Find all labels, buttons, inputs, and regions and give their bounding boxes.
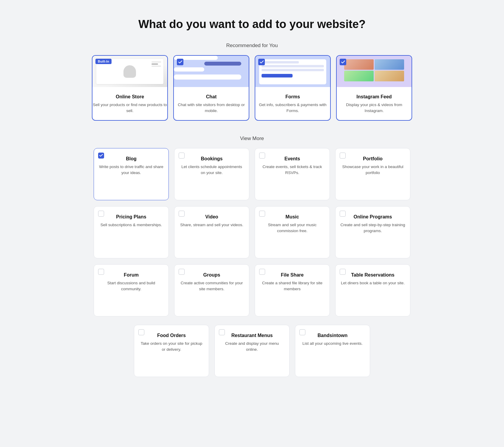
- card-title-food-orders: Food Orders: [157, 333, 186, 338]
- check-icon-instagram: [340, 59, 346, 65]
- checkbox-restaurant-menus[interactable]: [219, 329, 225, 335]
- store-line-3: [151, 66, 161, 67]
- insta-img-2: [375, 59, 404, 70]
- card-title-groups: Groups: [203, 272, 220, 278]
- view-more-divider: View More: [79, 136, 425, 142]
- page-title: What do you want to add to your website?: [138, 18, 366, 31]
- card-title-music: Music: [285, 214, 299, 220]
- card-title-forms: Forms: [285, 94, 300, 100]
- chat-preview: [174, 56, 241, 81]
- card-title-online-store: Online Store: [116, 94, 144, 100]
- card-food-orders[interactable]: Food Orders Take orders on your site for…: [134, 325, 209, 377]
- card-chat[interactable]: Chat Chat with site visitors from deskto…: [173, 55, 249, 121]
- card-title-file-share: File Share: [281, 272, 304, 278]
- card-desc-chat: Chat with site visitors from desktop or …: [174, 102, 249, 114]
- check-icon-forms: [258, 59, 265, 65]
- forms-preview: [259, 59, 327, 84]
- store-lines: [151, 61, 161, 67]
- insta-img-4: [375, 71, 404, 81]
- card-bandsintown[interactable]: Bandsintown List all your upcoming live …: [295, 325, 370, 377]
- bottom-row: Food Orders Take orders on your site for…: [134, 325, 370, 377]
- chat-bubble-sent: [204, 62, 241, 66]
- card-blog[interactable]: Blog Write posts to drive traffic and sh…: [94, 148, 169, 200]
- chat-input-bar: [174, 74, 241, 80]
- checkbox-video[interactable]: [179, 211, 185, 217]
- view-more-label: View More: [240, 136, 264, 142]
- card-desc-online-programs: Create and sell step-by-step training pr…: [340, 222, 405, 234]
- checkbox-bookings[interactable]: [179, 153, 185, 159]
- card-desc-forum: Start discussions and build community.: [99, 280, 164, 292]
- thumbnail-online-store: Built-In: [92, 56, 167, 87]
- check-icon-chat: [177, 59, 183, 65]
- card-desc-food-orders: Take orders on your site for pickup or d…: [139, 341, 204, 353]
- card-music[interactable]: Music Stream and sell your music commiss…: [255, 206, 330, 258]
- card-desc-bandsintown: List all your upcoming live events.: [302, 341, 363, 347]
- checkbox-portfolio[interactable]: [340, 153, 346, 159]
- thumbnail-chat: [174, 56, 249, 87]
- store-chair-icon: [123, 65, 136, 78]
- card-restaurant-menus[interactable]: Restaurant Menus Create and display your…: [214, 325, 290, 377]
- thumbnail-instagram: [337, 56, 412, 87]
- card-instagram[interactable]: Instagram Feed Display your pics & video…: [336, 55, 412, 121]
- store-line-2: [151, 63, 158, 65]
- card-portfolio[interactable]: Portfolio Showcase your work in a beauti…: [335, 148, 410, 200]
- card-title-bookings: Bookings: [201, 156, 223, 162]
- card-forms[interactable]: Forms Get info, subscribers & payments w…: [255, 55, 331, 121]
- card-pricing-plans[interactable]: Pricing Plans Sell subscriptions & membe…: [94, 206, 169, 258]
- card-desc-blog: Write posts to drive traffic and share y…: [99, 164, 164, 176]
- builtin-badge: Built-In: [95, 59, 112, 64]
- card-desc-table-reservations: Let diners book a table on your site.: [341, 280, 405, 286]
- card-desc-groups: Create active communities for your site …: [179, 280, 244, 292]
- card-title-restaurant-menus: Restaurant Menus: [231, 333, 273, 338]
- card-title-pricing-plans: Pricing Plans: [116, 214, 146, 220]
- card-desc-music: Stream and sell your music commission fr…: [260, 222, 325, 234]
- card-bookings[interactable]: Bookings Let clients schedule appointmen…: [174, 148, 249, 200]
- card-video[interactable]: Video Share, stream and sell your videos…: [174, 206, 249, 258]
- checkbox-online-programs[interactable]: [340, 211, 346, 217]
- card-title-online-programs: Online Programs: [354, 214, 392, 220]
- view-more-row-3: Forum Start discussions and build commun…: [79, 264, 425, 316]
- card-desc-portfolio: Showcase your work in a beautiful portfo…: [340, 164, 405, 176]
- recommended-label: Recommended for You: [226, 43, 278, 49]
- card-desc-events: Create events, sell tickets & track RSVP…: [260, 164, 325, 176]
- form-submit-btn: [262, 74, 293, 77]
- checkbox-groups[interactable]: [179, 269, 185, 275]
- view-more-row-1: Blog Write posts to drive traffic and sh…: [79, 148, 425, 200]
- thumbnail-forms: [255, 56, 330, 87]
- card-forum[interactable]: Forum Start discussions and build commun…: [94, 264, 169, 316]
- card-desc-instagram: Display your pics & videos from Instagra…: [337, 102, 412, 114]
- form-field-2: [262, 65, 324, 67]
- card-title-forum: Forum: [124, 272, 139, 278]
- card-title-portfolio: Portfolio: [363, 156, 383, 162]
- card-online-store[interactable]: Built-In Online Store Sell your products…: [92, 55, 168, 121]
- card-title-events: Events: [285, 156, 300, 162]
- card-title-bandsintown: Bandsintown: [318, 333, 347, 338]
- checkbox-file-share[interactable]: [259, 269, 265, 275]
- card-desc-video: Share, stream and sell your videos.: [180, 222, 243, 228]
- card-online-programs[interactable]: Online Programs Create and sell step-by-…: [335, 206, 410, 258]
- checkbox-bandsintown[interactable]: [299, 329, 305, 335]
- checkbox-forum[interactable]: [98, 269, 104, 275]
- checkbox-pricing-plans[interactable]: [98, 211, 104, 217]
- card-desc-online-store: Sell your products or find new products …: [92, 102, 167, 114]
- form-field-1: [262, 61, 299, 63]
- checkbox-blog[interactable]: [98, 153, 104, 159]
- card-desc-forms: Get info, subscribers & payments with Fo…: [255, 102, 330, 114]
- checkbox-food-orders[interactable]: [138, 329, 144, 335]
- card-groups[interactable]: Groups Create active communities for you…: [174, 264, 249, 316]
- card-desc-pricing-plans: Sell subscriptions & memberships.: [101, 222, 162, 228]
- view-more-row-2: Pricing Plans Sell subscriptions & membe…: [79, 206, 425, 258]
- card-title-chat: Chat: [206, 94, 217, 100]
- insta-img-1: [344, 59, 374, 70]
- instagram-preview: [344, 59, 404, 81]
- card-file-share[interactable]: File Share Create a shared file library …: [255, 264, 330, 316]
- checkbox-table-reservations[interactable]: [340, 269, 346, 275]
- checkbox-music[interactable]: [259, 211, 265, 217]
- insta-img-3: [344, 71, 374, 81]
- store-line-1: [151, 61, 161, 63]
- card-events[interactable]: Events Create events, sell tickets & tra…: [255, 148, 330, 200]
- form-field-3: [262, 69, 324, 71]
- card-desc-file-share: Create a shared file library for site me…: [260, 280, 325, 292]
- card-table-reservations[interactable]: Table Reservations Let diners book a tab…: [335, 264, 410, 316]
- checkbox-events[interactable]: [259, 153, 265, 159]
